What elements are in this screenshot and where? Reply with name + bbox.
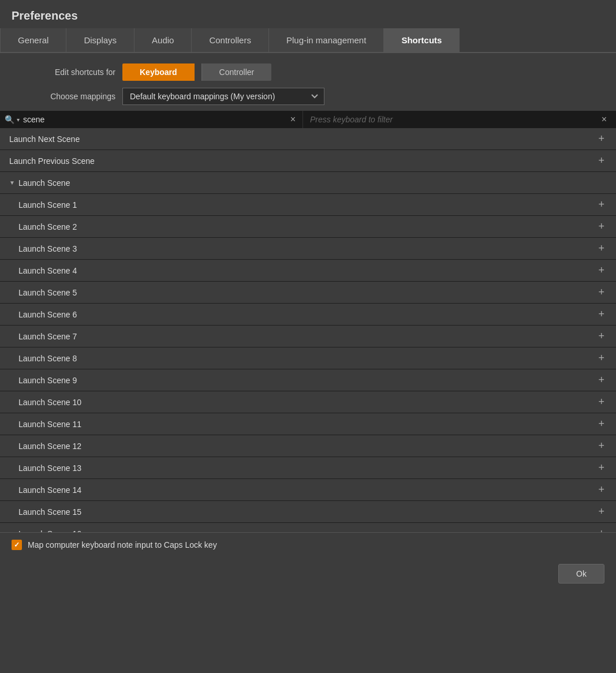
ok-row: Ok bbox=[0, 557, 616, 590]
item-label: Launch Scene 9 bbox=[18, 376, 593, 385]
keyboard-filter[interactable]: Press keyboard to filter × bbox=[303, 111, 616, 128]
list-item[interactable]: Launch Scene 4+ bbox=[0, 260, 616, 282]
tab-displays[interactable]: Displays bbox=[66, 28, 135, 52]
list-item[interactable]: Launch Scene 1+ bbox=[0, 194, 616, 216]
list-item[interactable]: Launch Scene 2+ bbox=[0, 216, 616, 238]
keyboard-clear-button[interactable]: × bbox=[599, 114, 609, 125]
add-shortcut-button[interactable]: + bbox=[593, 155, 609, 167]
search-icon: 🔍 bbox=[5, 115, 14, 124]
tab-controllers[interactable]: Controllers bbox=[192, 28, 269, 52]
preferences-window: Preferences General Displays Audio Contr… bbox=[0, 0, 616, 673]
search-box: 🔍 ▾ × bbox=[0, 111, 303, 128]
list-item[interactable]: Launch Previous Scene+ bbox=[0, 150, 616, 172]
list-item[interactable]: Launch Scene 13+ bbox=[0, 457, 616, 479]
item-label: Launch Scene 2 bbox=[18, 222, 593, 231]
item-label: Launch Scene 6 bbox=[18, 310, 593, 319]
list-item[interactable]: Launch Scene 11+ bbox=[0, 413, 616, 435]
search-input[interactable] bbox=[23, 115, 288, 124]
window-title: Preferences bbox=[0, 0, 616, 28]
checkbox-check-icon: ✓ bbox=[14, 541, 20, 549]
list-item[interactable]: Launch Scene 16+ bbox=[0, 523, 616, 532]
item-label: Launch Scene 11 bbox=[18, 420, 593, 429]
item-label: Launch Scene 1 bbox=[18, 200, 593, 210]
caps-lock-checkbox[interactable]: ✓ bbox=[12, 540, 22, 550]
list-item[interactable]: Launch Scene 8+ bbox=[0, 347, 616, 369]
tab-shortcuts[interactable]: Shortcuts bbox=[384, 28, 460, 52]
add-shortcut-button[interactable]: + bbox=[593, 264, 609, 276]
item-label: Launch Next Scene bbox=[9, 134, 593, 144]
add-shortcut-button[interactable]: + bbox=[593, 506, 609, 518]
item-label: Launch Scene 3 bbox=[18, 244, 593, 253]
filter-row: 🔍 ▾ × Press keyboard to filter × bbox=[0, 111, 616, 128]
add-shortcut-button[interactable]: + bbox=[593, 418, 609, 430]
item-label: Launch Scene 5 bbox=[18, 288, 593, 297]
item-label: Launch Scene 12 bbox=[18, 442, 593, 451]
add-shortcut-button[interactable]: + bbox=[593, 220, 609, 233]
add-shortcut-button[interactable]: + bbox=[593, 440, 609, 452]
list-item[interactable]: Launch Scene 6+ bbox=[0, 304, 616, 326]
item-label: Launch Scene 13 bbox=[18, 463, 593, 473]
list-item[interactable]: Launch Scene 14+ bbox=[0, 479, 616, 501]
section-label: Launch Scene bbox=[18, 178, 609, 188]
item-label: Launch Scene 14 bbox=[18, 485, 593, 495]
edit-shortcuts-row: Edit shortcuts for Keyboard Controller bbox=[12, 63, 604, 81]
item-label: Launch Scene 16 bbox=[18, 529, 593, 533]
list-item[interactable]: Launch Next Scene+ bbox=[0, 128, 616, 150]
add-shortcut-button[interactable]: + bbox=[593, 242, 609, 255]
tab-general[interactable]: General bbox=[0, 28, 66, 52]
list-item[interactable]: Launch Scene 7+ bbox=[0, 326, 616, 347]
tab-plugin-management[interactable]: Plug-in management bbox=[269, 28, 384, 52]
shortcuts-list[interactable]: Launch Next Scene+Launch Previous Scene+… bbox=[0, 128, 616, 532]
list-item[interactable]: ▼Launch Scene bbox=[0, 172, 616, 194]
add-shortcut-button[interactable]: + bbox=[593, 199, 609, 211]
tab-audio[interactable]: Audio bbox=[135, 28, 192, 52]
keyboard-button[interactable]: Keyboard bbox=[122, 63, 195, 81]
add-shortcut-button[interactable]: + bbox=[593, 374, 609, 386]
keyboard-filter-placeholder: Press keyboard to filter bbox=[310, 115, 599, 124]
add-shortcut-button[interactable]: + bbox=[593, 528, 609, 532]
mappings-select[interactable]: Default keyboard mappings (My version) bbox=[122, 88, 324, 105]
list-item[interactable]: Launch Scene 15+ bbox=[0, 501, 616, 523]
search-clear-button[interactable]: × bbox=[288, 114, 298, 125]
add-shortcut-button[interactable]: + bbox=[593, 286, 609, 298]
search-arrow-icon: ▾ bbox=[17, 117, 20, 123]
controller-button[interactable]: Controller bbox=[201, 63, 272, 81]
item-label: Launch Scene 8 bbox=[18, 354, 593, 363]
add-shortcut-button[interactable]: + bbox=[593, 308, 609, 320]
caps-lock-checkbox-wrapper[interactable]: ✓ Map computer keyboard note input to Ca… bbox=[12, 540, 217, 550]
list-item[interactable]: Launch Scene 12+ bbox=[0, 435, 616, 457]
item-label: Launch Previous Scene bbox=[9, 156, 593, 166]
content-area: Edit shortcuts for Keyboard Controller C… bbox=[0, 53, 616, 673]
edit-shortcuts-label: Edit shortcuts for bbox=[12, 68, 115, 77]
add-shortcut-button[interactable]: + bbox=[593, 462, 609, 474]
list-item[interactable]: Launch Scene 5+ bbox=[0, 282, 616, 304]
add-shortcut-button[interactable]: + bbox=[593, 352, 609, 364]
caps-lock-label: Map computer keyboard note input to Caps… bbox=[28, 540, 217, 549]
add-shortcut-button[interactable]: + bbox=[593, 484, 609, 496]
add-shortcut-button[interactable]: + bbox=[593, 330, 609, 342]
add-shortcut-button[interactable]: + bbox=[593, 133, 609, 145]
collapse-triangle-icon: ▼ bbox=[9, 180, 15, 186]
shortcuts-settings: Edit shortcuts for Keyboard Controller C… bbox=[0, 53, 616, 111]
item-label: Launch Scene 15 bbox=[18, 507, 593, 517]
choose-mappings-label: Choose mappings bbox=[12, 92, 115, 101]
list-item[interactable]: Launch Scene 9+ bbox=[0, 369, 616, 391]
item-label: Launch Scene 7 bbox=[18, 332, 593, 341]
ok-button[interactable]: Ok bbox=[558, 564, 604, 584]
add-shortcut-button[interactable]: + bbox=[593, 396, 609, 408]
shortcuts-list-container: Launch Next Scene+Launch Previous Scene+… bbox=[0, 128, 616, 532]
item-label: Launch Scene 10 bbox=[18, 398, 593, 407]
list-item[interactable]: Launch Scene 3+ bbox=[0, 238, 616, 260]
list-item[interactable]: Launch Scene 10+ bbox=[0, 391, 616, 413]
choose-mappings-row: Choose mappings Default keyboard mapping… bbox=[12, 88, 604, 105]
footer-row: ✓ Map computer keyboard note input to Ca… bbox=[0, 532, 616, 557]
tab-bar: General Displays Audio Controllers Plug-… bbox=[0, 28, 616, 53]
item-label: Launch Scene 4 bbox=[18, 266, 593, 275]
